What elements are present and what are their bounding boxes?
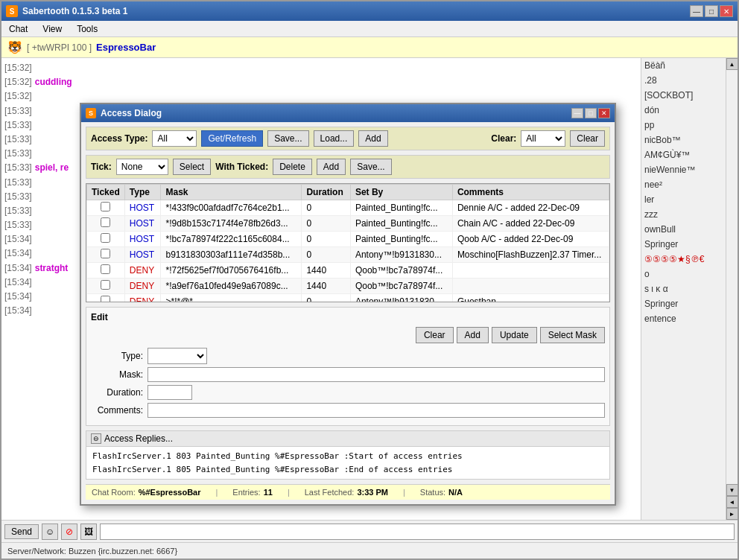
- maximize-button[interactable]: □: [705, 5, 718, 17]
- type-label: Type:: [91, 351, 143, 361]
- menu-tools[interactable]: Tools: [74, 22, 101, 36]
- chat-input[interactable]: [100, 524, 735, 540]
- comments-label: Comments:: [91, 405, 143, 416]
- close-button[interactable]: ✕: [720, 5, 733, 17]
- row-set-by: Antony™!b9131830...: [350, 294, 452, 302]
- dialog-minimize-button[interactable]: —: [571, 108, 583, 118]
- access-table: Ticked Type Mask Duration Set By Comment…: [86, 184, 609, 302]
- menu-chat[interactable]: Chat: [6, 22, 31, 36]
- menu-bar: Chat View Tools: [1, 21, 738, 37]
- row-mask: *!bc7a78974f222c1165c6084...: [161, 232, 302, 247]
- edit-clear-button[interactable]: Clear: [416, 327, 454, 343]
- tick-select[interactable]: None All HOST DENY: [116, 159, 168, 175]
- row-comments: Chain A/C - added 22-Dec-09: [452, 216, 609, 232]
- table-row[interactable]: HOST *!bc7a78974f222c1165c6084... 0 Pain…: [87, 232, 609, 247]
- comments-input[interactable]: [148, 403, 605, 418]
- row-duration: 0: [302, 247, 350, 263]
- table-row[interactable]: DENY *!a9ef76a10fed49e9a67089c... 1440 Q…: [87, 279, 609, 294]
- row-comments: [452, 263, 609, 279]
- status-label: Status:: [420, 488, 445, 497]
- table-row[interactable]: DENY *!72f5625ef7f0d705676416fb... 1440 …: [87, 263, 609, 279]
- select-button[interactable]: Select: [173, 159, 211, 175]
- dialog-maximize-button[interactable]: □: [585, 108, 597, 118]
- duration-label: Duration:: [91, 387, 143, 398]
- row-checkbox[interactable]: [101, 296, 110, 302]
- row-comments: Qoob A/C - added 22-Dec-09: [452, 232, 609, 247]
- col-type: Type: [124, 185, 161, 200]
- row-checkbox[interactable]: [101, 264, 110, 274]
- last-fetched-label: Last Fetched:: [305, 488, 355, 497]
- row-duration: 1440: [302, 279, 350, 294]
- clear-select[interactable]: All HOST DENY: [521, 130, 565, 147]
- row-checkbox[interactable]: [101, 280, 110, 290]
- row-type: HOST: [124, 216, 161, 232]
- table-row[interactable]: HOST b9131830303af111e74d358b... 0 Anton…: [87, 247, 609, 263]
- edit-add-button[interactable]: Add: [457, 327, 489, 343]
- entries-value: 11: [264, 488, 273, 497]
- dialog-title: Access Dialog: [101, 108, 162, 118]
- mask-input[interactable]: [148, 367, 605, 382]
- load-button[interactable]: Load...: [314, 130, 355, 147]
- row-duration: 0: [302, 294, 350, 302]
- row-checkbox[interactable]: [101, 217, 110, 227]
- image-button[interactable]: 🖼: [80, 524, 97, 540]
- replies-header[interactable]: ⊖ Access Replies...: [86, 431, 609, 447]
- edit-update-button[interactable]: Update: [492, 327, 537, 343]
- table-row[interactable]: DENY >*!*@* 0 Antony™!b9131830... Guestb…: [87, 294, 609, 302]
- collapse-icon[interactable]: ⊖: [91, 433, 101, 444]
- dialog-footer: Chat Room: %#EspressoBar | Entries: 11 |…: [86, 484, 610, 500]
- save-button-top[interactable]: Save...: [267, 130, 308, 147]
- row-duration: 0: [302, 200, 350, 216]
- get-refresh-button[interactable]: Get/Refresh: [201, 130, 263, 147]
- delete-button[interactable]: Delete: [273, 159, 312, 175]
- last-fetched-status: Last Fetched: 3:33 PM: [305, 488, 388, 497]
- table-wrapper[interactable]: Ticked Type Mask Duration Set By Comment…: [86, 184, 609, 302]
- title-bar: S Sabertooth 0.1.5.3 beta 1 — □ ✕: [1, 1, 738, 21]
- dialog-title-bar: S Access Dialog — □ ✕: [81, 104, 615, 122]
- row-checkbox[interactable]: [101, 249, 110, 258]
- edit-section: Edit Clear Add Update Select Mask Type: …: [86, 307, 610, 426]
- add-tick-button[interactable]: Add: [317, 159, 346, 175]
- channel-label: [ +twWRPI 100 ]: [27, 42, 92, 53]
- row-set-by: Painted_Bunting!fc...: [350, 216, 452, 232]
- entries-status: Entries: 11: [232, 488, 273, 497]
- form-row-comments: Comments:: [91, 403, 605, 418]
- row-checkbox[interactable]: [101, 202, 110, 211]
- replies-content: FlashIrcServer.1 803 Painted_Bunting %#E…: [86, 447, 609, 479]
- clear-button-top[interactable]: Clear: [570, 130, 605, 147]
- title-bar-left: S Sabertooth 0.1.5.3 beta 1: [6, 5, 127, 17]
- replies-section: ⊖ Access Replies... FlashIrcServer.1 803…: [86, 430, 610, 480]
- table-row[interactable]: HOST *!9d8b153c7174f4e78fb26d3... 0 Pain…: [87, 216, 609, 232]
- send-button[interactable]: Send: [4, 524, 39, 539]
- mask-label: Mask:: [91, 369, 143, 380]
- row-set-by: Qoob™!bc7a78974f...: [350, 279, 452, 294]
- row-type: DENY: [124, 294, 161, 302]
- block-button[interactable]: ⊘: [61, 524, 77, 540]
- type-select[interactable]: HOST DENY BAN: [148, 348, 207, 364]
- row-checkbox[interactable]: [101, 233, 110, 243]
- row-type: HOST: [124, 232, 161, 247]
- menu-view[interactable]: View: [39, 22, 65, 36]
- edit-select-mask-button[interactable]: Select Mask: [540, 327, 605, 343]
- minimize-button[interactable]: —: [690, 5, 703, 17]
- status-bar: Server/Network: Buzzen {irc.buzzen.net: …: [1, 542, 738, 559]
- add-button-top[interactable]: Add: [358, 130, 387, 147]
- table-row[interactable]: HOST *!433f9c00afdadf7c764ce2b1... 0 Pai…: [87, 200, 609, 216]
- row-set-by: Antony™!b9131830...: [350, 247, 452, 263]
- row-type: HOST: [124, 247, 161, 263]
- last-fetched-value: 3:33 PM: [357, 488, 388, 497]
- emoji-button[interactable]: ☺: [42, 524, 58, 540]
- duration-input[interactable]: [148, 385, 192, 400]
- row-type: DENY: [124, 263, 161, 279]
- dialog-overlay: S Access Dialog — □ ✕ Access Type:: [1, 58, 738, 520]
- row-set-by: Qoob™!bc7a78974f...: [350, 263, 452, 279]
- form-row-type: Type: HOST DENY BAN: [91, 348, 605, 364]
- chat-room-status: Chat Room: %#EspressoBar: [92, 488, 200, 497]
- access-type-select[interactable]: All HOST DENY BAN: [152, 130, 197, 147]
- channel-name: EspressoBar: [96, 42, 156, 53]
- dialog-close-button[interactable]: ✕: [598, 108, 610, 118]
- row-duration: 0: [302, 232, 350, 247]
- save-tick-button[interactable]: Save...: [350, 159, 391, 175]
- row-duration: 1440: [302, 263, 350, 279]
- col-mask: Mask: [161, 185, 302, 200]
